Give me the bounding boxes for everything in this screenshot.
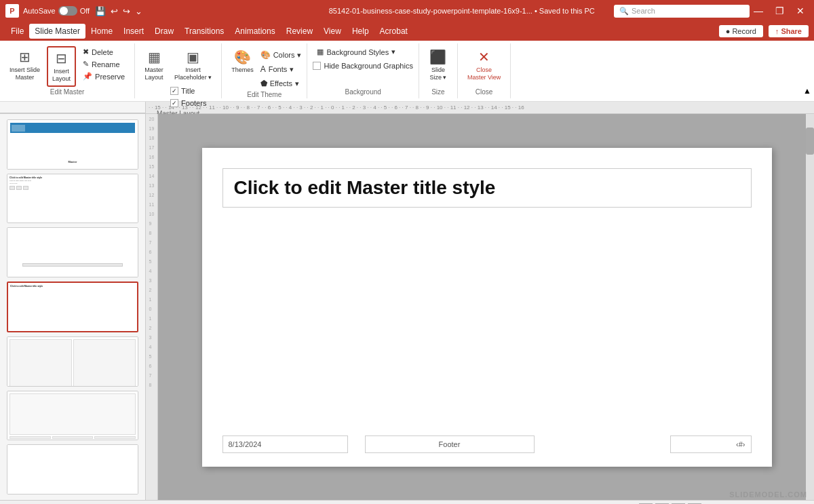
thumb-2-title: Click to edit Master title style <box>9 176 136 179</box>
share-button[interactable]: ↑ Share <box>769 25 809 37</box>
ribbon: ⊞ Insert SlideMaster ⊟ InsertLayout ✖ De… <box>0 41 814 102</box>
slide-footer-page[interactable]: ‹#› <box>670 435 752 453</box>
status-bar: Slide Master | English (United Kingdom) … <box>0 500 814 504</box>
footers-checkbox[interactable]: ✓ <box>170 99 178 107</box>
close-group-label: Close <box>476 87 493 96</box>
scrollbar-thumb[interactable] <box>806 128 814 155</box>
hide-background-checkbox[interactable] <box>313 62 321 70</box>
slide-footer-text[interactable]: Footer <box>365 435 535 453</box>
record-button[interactable]: ● Record <box>719 25 763 37</box>
slide-thumb-5[interactable] <box>7 336 138 387</box>
insert-layout-button[interactable]: ⊟ InsertLayout <box>47 46 76 87</box>
menu-slide-master[interactable]: Slide Master <box>29 24 85 39</box>
colors-option[interactable]: 🎨 Colors ▾ <box>260 49 302 61</box>
search-placeholder: Search <box>632 7 655 15</box>
restore-button[interactable]: ❐ <box>771 5 788 16</box>
edit-theme-buttons: 🎨 Themes 🎨 Colors ▾ A Fonts ▾ ⬟ Effects … <box>227 46 301 90</box>
slide-size-button[interactable]: ⬛ SlideSize ▾ <box>425 46 452 84</box>
menu-review[interactable]: Review <box>281 24 318 39</box>
more-icon[interactable]: ⌄ <box>134 5 144 18</box>
insert-placeholder-label: InsertPlaceholder ▾ <box>174 66 212 81</box>
thumb-1-content: Master <box>7 120 138 170</box>
background-buttons: ▦ Background Styles ▾ Hide Background Gr… <box>313 46 412 87</box>
title-checkbox[interactable]: ✓ <box>170 87 178 95</box>
title-check[interactable]: ✓ Title <box>170 85 216 96</box>
slide-thumb-7[interactable] <box>7 444 138 495</box>
slide-thumb-6[interactable] <box>7 391 138 441</box>
slide-title-area[interactable]: Click to edit Master title style <box>222 168 752 208</box>
main-area: Master Click to edit Master title style … <box>0 114 814 500</box>
close-master-view-button[interactable]: ✕ CloseMaster View <box>463 46 505 84</box>
ribbon-master-layout-group: ▦ MasterLayout ▣ InsertPlaceholder ▾ ✓ T… <box>135 43 222 98</box>
thumb-2-content: Click to edit Master title style Click t… <box>7 174 138 224</box>
thumb-4-content: Click to edit Master title style <box>8 283 137 332</box>
thumb-6-f1 <box>9 436 51 439</box>
autosave-toggle[interactable] <box>58 6 77 16</box>
thumb-6-f3 <box>94 436 136 439</box>
menu-help[interactable]: Help <box>347 24 374 39</box>
thumb-6-main <box>9 393 136 435</box>
insert-layout-label: InsertLayout <box>52 68 71 83</box>
quick-access-toolbar: 💾 ↩ ↪ ⌄ <box>94 5 144 18</box>
menu-file[interactable]: File <box>5 24 29 39</box>
slide-thumb-1[interactable]: Master <box>7 119 138 170</box>
search-bar[interactable]: 🔍 Search <box>614 5 750 18</box>
thumb-2-sub: Second level <box>9 182 136 184</box>
menu-home[interactable]: Home <box>85 24 118 39</box>
themes-button[interactable]: 🎨 Themes <box>227 46 258 76</box>
menu-transitions[interactable]: Transitions <box>179 24 229 39</box>
slide-thumb-2[interactable]: Click to edit Master title style Click t… <box>7 174 138 224</box>
effects-option[interactable]: ⬟ Effects ▾ <box>260 77 302 90</box>
insert-placeholder-area: ▣ InsertPlaceholder ▾ ✓ Title ✓ Footers <box>170 46 216 109</box>
slide-title-text: Click to edit Master title style <box>234 177 740 199</box>
footers-check[interactable]: ✓ Footers <box>170 98 216 109</box>
close-button[interactable]: ✕ <box>792 5 809 16</box>
menu-acrobat[interactable]: Acrobat <box>374 24 413 39</box>
menu-insert[interactable]: Insert <box>118 24 149 39</box>
ribbon-size-group: ⬛ SlideSize ▾ Size <box>419 43 458 98</box>
autosave-state: Off <box>80 7 90 15</box>
thumb-6-footer <box>9 436 136 439</box>
master-layout-label: MasterLayout <box>144 66 163 81</box>
close-master-view-label: CloseMaster View <box>467 66 501 81</box>
thumb-5-col1 <box>9 339 72 387</box>
fonts-option[interactable]: A Fonts ▾ <box>260 63 302 75</box>
ribbon-collapse[interactable]: ▲ <box>800 43 814 98</box>
themes-icon: 🎨 <box>234 49 251 65</box>
preserve-button[interactable]: 📌 Preserve <box>79 71 129 82</box>
thumb-2-inner: Click to edit Master title style Click t… <box>7 174 138 224</box>
thumb-1-logo <box>12 125 25 132</box>
save-icon[interactable]: 💾 <box>94 5 107 18</box>
ribbon-edit-master-group: ⊞ Insert SlideMaster ⊟ InsertLayout ✖ De… <box>0 43 135 98</box>
menu-animations[interactable]: Animations <box>229 24 280 39</box>
minimize-button[interactable]: — <box>750 5 767 16</box>
insert-slide-master-button[interactable]: ⊞ Insert SlideMaster <box>5 46 44 84</box>
insert-slide-master-label: Insert SlideMaster <box>9 66 40 81</box>
insert-placeholder-button[interactable]: ▣ InsertPlaceholder ▾ <box>170 46 216 84</box>
thumb-5-col2 <box>73 339 136 387</box>
thumb-1-body: Master <box>10 133 135 170</box>
background-styles-button[interactable]: ▦ Background Styles ▾ <box>313 46 400 58</box>
v-ruler-marks: 2019181716151413121110987654321012345678 <box>149 117 155 387</box>
office-logo: P <box>5 4 19 18</box>
scrollbar-right[interactable] <box>806 114 814 500</box>
menu-draw[interactable]: Draw <box>149 24 179 39</box>
thumb-3-box <box>22 263 122 267</box>
slide-thumb-3[interactable] <box>7 227 138 277</box>
effects-icon: ⬟ <box>260 79 267 88</box>
delete-button[interactable]: ✖ Delete <box>79 46 129 58</box>
hide-background-check[interactable]: Hide Background Graphics <box>313 60 412 71</box>
insert-layout-icon: ⊟ <box>56 50 67 66</box>
slide-thumb-4[interactable]: Click to edit Master title style <box>7 282 138 332</box>
master-layout-button[interactable]: ▦ MasterLayout <box>140 46 168 84</box>
thumb-1-header <box>10 123 135 133</box>
edit-master-small-buttons: ✖ Delete ✎ Rename 📌 Preserve <box>79 46 129 82</box>
thumb-2-icon1 <box>9 186 15 190</box>
slide-footer-date[interactable]: 8/13/2024 <box>222 435 348 453</box>
redo-icon[interactable]: ↪ <box>121 5 132 18</box>
menu-view[interactable]: View <box>318 24 347 39</box>
thumb-4-title: Click to edit Master title style <box>10 285 135 288</box>
window-controls: — ❐ ✕ <box>750 5 809 16</box>
undo-icon[interactable]: ↩ <box>109 5 119 18</box>
rename-button[interactable]: ✎ Rename <box>79 58 129 70</box>
